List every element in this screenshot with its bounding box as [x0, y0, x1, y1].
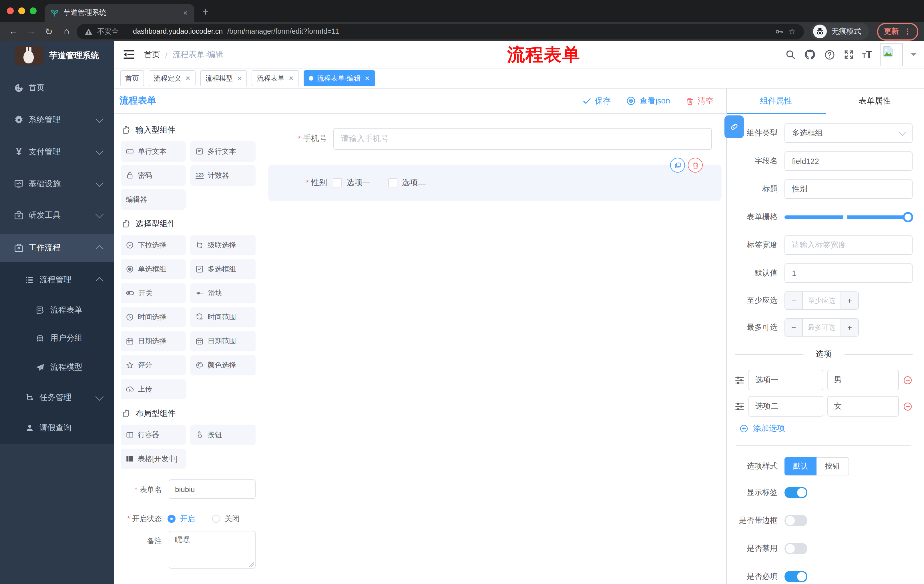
tag-process-model[interactable]: 流程模型✕	[200, 70, 247, 86]
palette-item-cascader[interactable]: 级联选择	[190, 235, 256, 255]
stepper-value[interactable]: 至少应选	[803, 292, 840, 309]
link-badge[interactable]	[724, 115, 744, 138]
style-button-button[interactable]: 按钮	[817, 457, 849, 475]
stepper-plus-button[interactable]: +	[840, 319, 858, 336]
palette-item-row-container[interactable]: 行容器	[120, 424, 186, 445]
help-icon[interactable]	[824, 49, 835, 60]
stepper-value[interactable]: 最多可选	[803, 319, 840, 336]
option-label-input[interactable]: 选项二	[749, 396, 823, 416]
palette-item-upload[interactable]: 上传	[120, 379, 186, 400]
gender-field-row[interactable]: * 性别 选项一 选项二	[268, 165, 722, 201]
drag-handle-icon[interactable]	[735, 376, 744, 384]
sidebar-item-home[interactable]: 首页	[0, 74, 114, 102]
checkbox-icon[interactable]	[333, 178, 342, 188]
bookmark-star-icon[interactable]: ☆	[788, 26, 796, 36]
stepper-minus-button[interactable]: −	[785, 292, 803, 309]
form-canvas[interactable]: * 手机号 请输入手机号 * 性别 选项一 选项二	[262, 114, 726, 584]
stepper-minus-button[interactable]: −	[785, 319, 803, 336]
status-on-radio[interactable]	[168, 515, 175, 523]
sidebar-item-process-model[interactable]: 流程模型	[0, 353, 114, 382]
palette-item-select[interactable]: 下拉选择	[120, 235, 186, 255]
address-bar[interactable]: 不安全 dashboard.yudao.iocoder.cn/bpm/manag…	[77, 24, 804, 39]
minimize-window-button[interactable]	[18, 7, 25, 14]
sidebar-item-user-group[interactable]: 用户分组	[0, 324, 114, 352]
palette-item-single-text[interactable]: 单行文本	[120, 141, 186, 162]
default-value-input[interactable]: 1	[784, 263, 912, 283]
label-width-input[interactable]: 请输入标签宽度	[784, 235, 912, 255]
phone-input[interactable]: 请输入手机号	[333, 128, 712, 150]
view-json-button[interactable]: 查看json	[626, 96, 670, 106]
palette-item-time-range[interactable]: 时间范围	[190, 307, 256, 327]
palette-item-date-picker[interactable]: 日期选择	[120, 331, 186, 351]
delete-component-button[interactable]	[688, 158, 703, 173]
palette-item-counter[interactable]: 123 计数器	[190, 165, 256, 186]
option-value-input[interactable]: 女	[827, 396, 899, 416]
sidebar-item-task-mgmt[interactable]: 任务管理	[0, 383, 114, 412]
maximize-window-button[interactable]	[30, 7, 36, 14]
sidebar-collapse-icon[interactable]	[124, 50, 134, 59]
sidebar-item-leave-query[interactable]: 请假查询	[0, 414, 114, 442]
search-icon[interactable]	[785, 49, 796, 60]
sidebar-logo-row[interactable]: 芋道管理系统	[0, 41, 114, 65]
form-name-input[interactable]: biubiu	[169, 479, 256, 499]
tag-process-definition[interactable]: 流程定义✕	[148, 70, 196, 86]
tab-form-props[interactable]: 表单属性	[825, 89, 924, 114]
sidebar-item-infrastructure[interactable]: 基础设施	[0, 170, 114, 198]
palette-item-date-range[interactable]: 日期范围	[190, 331, 256, 351]
avatar[interactable]	[880, 43, 903, 66]
palette-item-editor[interactable]: 编辑器	[120, 189, 186, 210]
form-grid-slider[interactable]	[784, 216, 908, 219]
clear-button[interactable]: 清空	[686, 96, 714, 106]
tag-process-form[interactable]: 流程表单✕	[252, 70, 299, 86]
palette-item-radio-group[interactable]: 单选框组	[120, 259, 186, 280]
forward-button[interactable]: →	[23, 26, 39, 36]
palette-item-switch[interactable]: 开关	[120, 283, 186, 303]
palette-item-time-picker[interactable]: 时间选择	[120, 307, 186, 327]
font-size-icon[interactable]: TT	[862, 49, 872, 60]
reload-button[interactable]: ↻	[41, 26, 57, 37]
sidebar-item-process-mgmt[interactable]: 流程管理	[0, 266, 114, 294]
show-label-toggle[interactable]	[784, 487, 807, 498]
tag-close-icon[interactable]: ✕	[237, 74, 242, 82]
password-key-icon[interactable]	[774, 26, 784, 36]
palette-item-password[interactable]: 密码	[120, 165, 186, 186]
remove-option-icon[interactable]	[903, 401, 912, 411]
style-default-button[interactable]: 默认	[784, 457, 817, 475]
slider-handle[interactable]	[903, 212, 913, 222]
selected-component-gender[interactable]: * 性别 选项一 选项二	[268, 165, 722, 201]
breadcrumb-home[interactable]: 首页	[144, 49, 160, 60]
close-window-button[interactable]	[7, 7, 14, 14]
status-off-radio[interactable]	[212, 515, 220, 523]
field-name-input[interactable]: field122	[784, 151, 912, 171]
palette-item-multi-text[interactable]: 多行文本	[190, 141, 256, 162]
sidebar-item-devtools[interactable]: 研发工具	[0, 201, 114, 230]
option-label-input[interactable]: 选项一	[749, 370, 823, 390]
title-input[interactable]: 性别	[784, 179, 912, 199]
palette-item-slider[interactable]: 滑块	[190, 283, 256, 303]
back-button[interactable]: ←	[6, 26, 21, 36]
required-toggle[interactable]	[784, 571, 807, 582]
sidebar-item-workflow[interactable]: 工作流程	[0, 234, 114, 262]
remark-textarea[interactable]: 嘿嘿	[169, 531, 256, 569]
remove-option-icon[interactable]	[903, 375, 912, 385]
save-button[interactable]: 保存	[583, 96, 611, 106]
browser-menu-icon[interactable]: ⋮	[903, 27, 911, 36]
palette-item-button[interactable]: 按钮	[190, 424, 256, 445]
status-off-label[interactable]: 关闭	[225, 514, 239, 524]
sidebar-item-payment[interactable]: ¥ 支付管理	[0, 138, 114, 166]
tab-component-props[interactable]: 组件属性	[727, 89, 825, 114]
palette-item-table[interactable]: 表格[开发中]	[120, 449, 186, 469]
palette-item-checkbox-group[interactable]: 多选框组	[190, 259, 256, 280]
checkbox-icon[interactable]	[388, 178, 398, 188]
window-controls[interactable]	[0, 0, 45, 22]
sidebar-item-process-form[interactable]: 流程表单	[0, 296, 114, 324]
home-button[interactable]: ⌂	[59, 26, 74, 36]
tag-close-icon[interactable]: ✕	[289, 74, 294, 82]
palette-item-rate[interactable]: 评分	[120, 355, 186, 375]
option-value-input[interactable]: 男	[827, 370, 899, 390]
browser-tab[interactable]: 芋道管理系统 ×	[45, 4, 195, 22]
fullscreen-icon[interactable]	[843, 49, 854, 60]
tag-close-icon[interactable]: ✕	[365, 74, 370, 82]
gender-option-2[interactable]: 选项二	[388, 178, 426, 188]
tag-close-icon[interactable]: ✕	[185, 74, 190, 82]
